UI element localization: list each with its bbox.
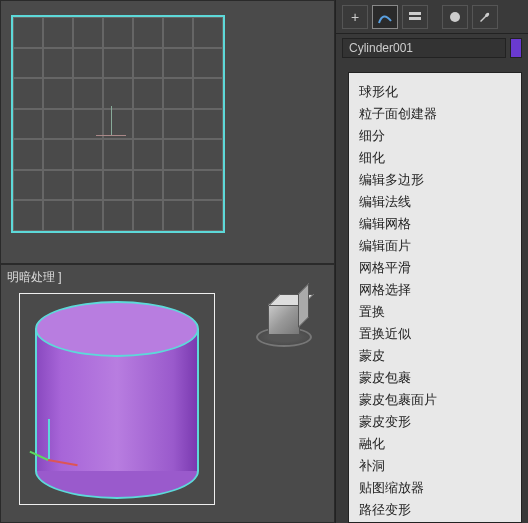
modifier-item[interactable]: 粒子面创建器 bbox=[349, 103, 507, 125]
modifier-item[interactable]: 编辑网格 bbox=[349, 213, 507, 235]
transform-gizmo-icon[interactable] bbox=[43, 419, 63, 479]
modifier-item[interactable]: 球形化 bbox=[349, 81, 507, 103]
viewport-area: 明暗处理 ] bbox=[0, 0, 336, 523]
modifier-item[interactable]: 编辑面片 bbox=[349, 235, 507, 257]
svg-rect-0 bbox=[409, 12, 421, 15]
svg-point-2 bbox=[450, 12, 460, 22]
modifier-item[interactable]: 置换 bbox=[349, 301, 507, 323]
viewcube[interactable] bbox=[254, 295, 314, 355]
modifier-item[interactable]: 蒙皮变形 bbox=[349, 411, 507, 433]
modifier-item[interactable]: 贴图缩放器 bbox=[349, 477, 507, 499]
svg-rect-1 bbox=[409, 17, 421, 20]
modifier-item[interactable]: 编辑多边形 bbox=[349, 169, 507, 191]
modifier-item[interactable]: 网格平滑 bbox=[349, 257, 507, 279]
viewport-perspective[interactable]: 明暗处理 ] bbox=[0, 264, 335, 523]
modifier-item[interactable]: 蒙皮包裹 bbox=[349, 367, 507, 389]
stack-icon bbox=[407, 9, 423, 25]
modifier-item[interactable]: 细化 bbox=[349, 147, 507, 169]
plus-icon: + bbox=[351, 9, 359, 25]
viewport-top[interactable] bbox=[0, 0, 335, 264]
axis-gizmo-icon bbox=[101, 121, 131, 151]
wrench-icon bbox=[477, 9, 493, 25]
object-name-row bbox=[336, 34, 528, 62]
modifier-item[interactable]: 蒙皮 bbox=[349, 345, 507, 367]
object-name-input[interactable] bbox=[342, 38, 506, 58]
modifier-item[interactable]: 置换近似 bbox=[349, 323, 507, 345]
sphere-icon bbox=[447, 9, 463, 25]
create-tab-button[interactable]: + bbox=[342, 5, 368, 29]
modifier-list[interactable]: 球形化粒子面创建器细分细化编辑多边形编辑法线编辑网格编辑面片网格平滑网格选择置换… bbox=[348, 72, 522, 523]
modifier-item[interactable]: 编辑法线 bbox=[349, 191, 507, 213]
hierarchy-tab-button[interactable] bbox=[402, 5, 428, 29]
object-color-swatch[interactable] bbox=[510, 38, 522, 58]
modifier-item[interactable]: 蒙皮包裹面片 bbox=[349, 389, 507, 411]
utilities-tab-button[interactable] bbox=[472, 5, 498, 29]
display-tab-button[interactable] bbox=[442, 5, 468, 29]
modifier-item[interactable]: 网格选择 bbox=[349, 279, 507, 301]
command-panel: + 球形化粒子面创建器细分细化编辑多边形编辑法线编辑网格编辑面片网格平滑网格选择… bbox=[336, 0, 528, 523]
modifier-item[interactable]: 路径变形 bbox=[349, 499, 507, 521]
modifier-item[interactable]: 补洞 bbox=[349, 455, 507, 477]
panel-toolbar: + bbox=[336, 0, 528, 34]
modifier-item[interactable]: 融化 bbox=[349, 433, 507, 455]
curve-icon bbox=[377, 9, 393, 25]
modifier-item[interactable]: 细分 bbox=[349, 125, 507, 147]
modify-tab-button[interactable] bbox=[372, 5, 398, 29]
viewport-label[interactable]: 明暗处理 ] bbox=[7, 269, 62, 286]
